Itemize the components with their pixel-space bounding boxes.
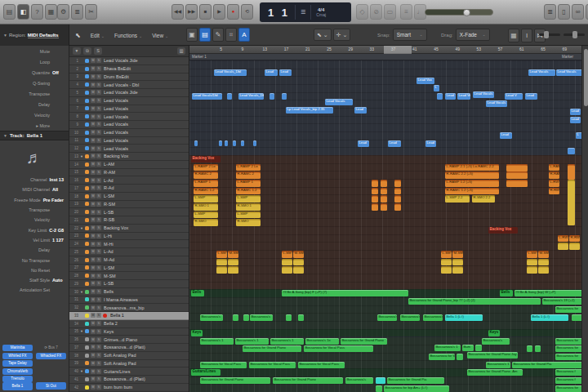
region[interactable]: Lead <box>525 93 537 100</box>
toolbar-icon[interactable]: ▦ <box>45 4 57 20</box>
region[interactable] <box>452 266 463 274</box>
region[interactable] <box>527 259 537 266</box>
region[interactable]: R-RW <box>569 235 580 243</box>
solo-button[interactable]: S <box>96 321 101 326</box>
region[interactable] <box>572 314 581 321</box>
solo-button[interactable]: S <box>96 353 101 358</box>
track-row[interactable]: 16MSL-Ad <box>69 176 189 185</box>
region[interactable]: L-RAMP 2.1 (+5) Lo-RAMC 2.2 <box>445 164 499 172</box>
track-row[interactable]: 21MSR-SB <box>69 216 189 225</box>
track-row[interactable]: 31MSI Mama Airwaves <box>69 296 189 305</box>
region[interactable] <box>270 93 274 100</box>
region-param-velocity[interactable]: Velocity <box>0 109 69 120</box>
track-row[interactable]: 40▼MSGuitars/Lines <box>69 368 189 376</box>
region[interactable] <box>282 266 292 274</box>
note-pads-icon[interactable]: ▯ <box>558 4 570 20</box>
menu-view[interactable]: View ⌄ <box>152 33 168 38</box>
mute-button[interactable]: M <box>91 154 96 158</box>
region[interactable]: Bossanova for bip Am+ (L#) <box>384 385 449 392</box>
region[interactable]: Bum <box>462 345 474 351</box>
region[interactable] <box>282 259 292 266</box>
region[interactable]: Lead <box>425 140 436 147</box>
mute-button[interactable]: M <box>91 353 96 358</box>
region[interactable] <box>194 140 198 146</box>
solo-button[interactable]: S <box>96 369 101 374</box>
solo-button[interactable]: S <box>96 98 101 103</box>
region[interactable]: Bella 1 (L#) <box>531 314 568 321</box>
track-filter-icon[interactable]: ▾ <box>73 47 81 55</box>
region[interactable]: R-RAMC 1.2 <box>194 188 218 195</box>
solo-button[interactable]: S <box>96 66 101 71</box>
solo-button[interactable]: S <box>96 74 101 79</box>
region-canvas[interactable]: Lead Vocals_DblLeadLeadLead VocalsLead V… <box>189 60 581 392</box>
automation-view-icon[interactable]: A <box>238 28 250 42</box>
region[interactable]: Bossanova's <box>400 314 420 321</box>
track-param-midi-channel[interactable]: MIDI ChannelAll <box>0 185 69 194</box>
region[interactable]: R-SMO <box>236 219 261 226</box>
region[interactable]: R-RAM <box>549 172 559 179</box>
region[interactable] <box>233 314 238 321</box>
mute-button[interactable]: M <box>91 376 96 381</box>
track-row[interactable]: 10MSLead Vocals <box>69 129 189 137</box>
track-row[interactable]: 3MSDrum BsEdit <box>69 74 189 82</box>
track-row[interactable]: 26MSM-Ad <box>69 256 189 265</box>
scrollbar-thumb[interactable] <box>584 49 588 106</box>
mute-button[interactable]: M <box>91 194 96 198</box>
v-zoom-thumb[interactable] <box>572 31 577 38</box>
solo-button[interactable]: S <box>96 146 101 151</box>
mute-button[interactable]: M <box>91 74 96 79</box>
region[interactable]: Bossanova for Grand Pia <box>387 377 444 384</box>
mute-button[interactable]: M <box>91 170 96 175</box>
region[interactable]: M-SM <box>452 251 463 258</box>
region[interactable] <box>228 266 238 274</box>
region[interactable]: R-SMO 1 <box>236 203 261 211</box>
track-row[interactable]: 30▼MSBells <box>69 288 189 296</box>
region[interactable]: Lead V <box>505 93 523 100</box>
solo-button[interactable]: S <box>96 170 101 175</box>
track-row[interactable]: 1MSLead Vocals Jide <box>69 57 189 65</box>
mute-button[interactable]: M <box>91 321 96 326</box>
region[interactable]: Bossanova for Grand Piano .Am <box>467 369 523 376</box>
output-routing[interactable]: ⟳ Bus 7 <box>36 345 66 351</box>
solo-button[interactable]: S <box>96 289 101 294</box>
region[interactable]: Lead Vocals <box>556 69 581 76</box>
region[interactable] <box>538 266 549 274</box>
region[interactable]: Bossanova for <box>555 354 581 360</box>
region[interactable]: Bossanova's <box>345 377 373 384</box>
region[interactable] <box>243 314 249 321</box>
region[interactable]: Lead Vocals <box>528 69 555 76</box>
left-click-tool-menu[interactable]: ⬉ ⌄ <box>314 29 332 41</box>
editors-icon[interactable]: ✂ <box>85 4 97 20</box>
smart-controls-icon[interactable]: ⚙ <box>57 4 69 20</box>
metronome-icon[interactable]: ▭ <box>384 4 396 20</box>
solo-button[interactable]: S <box>96 194 101 198</box>
region[interactable] <box>452 259 463 266</box>
region[interactable]: Lead Vocals <box>325 99 353 105</box>
record-enable-icon[interactable] <box>103 314 107 318</box>
track-row[interactable]: 36MSGrimes...d Piano <box>69 336 189 344</box>
global-solo-icon[interactable]: S <box>94 47 102 55</box>
region[interactable]: Backing Vox <box>488 227 518 234</box>
region[interactable]: Bossanova for Vocal <box>429 354 455 360</box>
region[interactable] <box>475 345 482 351</box>
region[interactable]: R-RAMC 2.2 (+5) <box>445 172 499 179</box>
apple-loops-icon[interactable]: ∞ <box>572 4 584 20</box>
region[interactable]: L-SM <box>282 251 292 258</box>
region[interactable]: Guitars/Lines <box>191 369 220 376</box>
snap-value[interactable]: Smart <box>397 29 411 40</box>
region[interactable]: R-RW <box>549 188 559 195</box>
region[interactable] <box>527 266 537 274</box>
horizontal-zoom-slider[interactable] <box>539 33 560 36</box>
mute-button[interactable]: M <box>91 90 96 95</box>
region[interactable]: Lead Vocals/Dbl <box>192 93 222 100</box>
solo-button[interactable]: S <box>96 249 101 254</box>
region[interactable]: I'll Be A-Song (bip) W (+P) <box>514 290 581 296</box>
region[interactable]: L <box>576 132 581 139</box>
mute-button[interactable]: M <box>91 361 96 366</box>
region[interactable] <box>535 345 541 352</box>
mute-button[interactable]: M <box>91 58 96 63</box>
param-value[interactable]: Auto <box>52 278 64 283</box>
param-value[interactable]: Pre Fader <box>43 198 64 203</box>
solo-button[interactable]: S <box>96 178 101 183</box>
region[interactable]: Lead <box>265 69 278 76</box>
